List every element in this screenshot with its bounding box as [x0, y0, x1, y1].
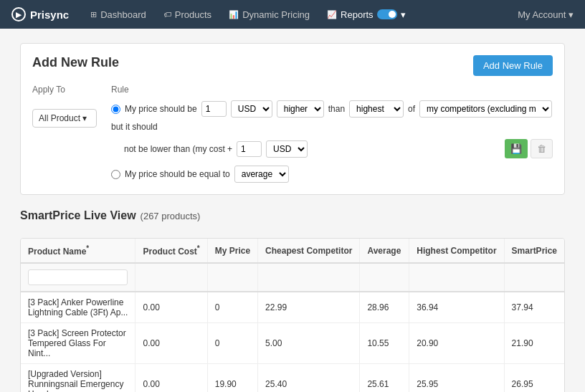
- apply-to-dropdown-value: All Product ▾: [39, 113, 87, 123]
- rule-options: My price should be USD higher lower than…: [111, 100, 553, 183]
- rule-row-3: My price should be equal to average: [111, 166, 553, 183]
- cell-cheapest: 25.40: [258, 364, 360, 393]
- nav-products-label: Products: [175, 9, 211, 20]
- cell-name: [3 Pack] Screen Protector Tempered Glass…: [21, 323, 135, 364]
- nav-products[interactable]: 🏷 Products: [156, 6, 219, 23]
- col-highest-competitor: Highest Competitor: [409, 239, 504, 263]
- table-row: [3 Pack] Anker Powerline Lightning Cable…: [21, 292, 564, 323]
- rule-card-title: Add New Rule: [32, 55, 119, 70]
- col-average: Average: [360, 239, 409, 263]
- col-product-name: Product Name*: [21, 239, 135, 263]
- brand-icon: ▶: [11, 7, 26, 21]
- rule-radio-1[interactable]: [111, 105, 120, 114]
- cell-highest: 36.94: [409, 292, 504, 323]
- rule-row1-than: than: [328, 104, 345, 114]
- main-content: Add New Rule Add New Rule Apply To All P…: [6, 29, 579, 392]
- cell-cheapest: 5.00: [258, 323, 360, 364]
- rule-row1-text1: My price should be: [125, 104, 197, 114]
- col-product-cost: Product Cost*: [135, 239, 207, 263]
- nav-dynamic-pricing-label: Dynamic Pricing: [242, 9, 310, 20]
- cost-search-cell: [135, 263, 207, 292]
- cell-average: 10.55: [360, 323, 409, 364]
- rule-row1-of: of: [408, 104, 415, 114]
- col-cheapest-competitor: Cheapest Competitor: [258, 239, 360, 263]
- col-my-price: My Price: [207, 239, 257, 263]
- rule-form-apply-to: Apply To All Product ▾: [32, 85, 97, 128]
- smartprice-section: SmartPrice Live View (267 products) Prod…: [20, 209, 565, 392]
- cell-cost: 0.00: [135, 323, 207, 364]
- cell-smart: 21.90: [504, 323, 564, 364]
- cell-my_price: 0: [207, 323, 257, 364]
- cell-average: 28.96: [360, 292, 409, 323]
- cell-average: 25.61: [360, 364, 409, 393]
- highest-search-cell: [409, 263, 504, 292]
- cell-highest: 20.90: [409, 323, 504, 364]
- cell-cheapest: 22.99: [258, 292, 360, 323]
- myprice-search-cell: [207, 263, 257, 292]
- nav-reports[interactable]: 📈 Reports ▾: [320, 6, 413, 23]
- rule-row2-qty[interactable]: [237, 141, 262, 157]
- delete-rule-button[interactable]: 🗑: [531, 139, 553, 158]
- smartprice-title: SmartPrice Live View: [20, 209, 136, 222]
- rule-label: Rule: [111, 85, 553, 95]
- cell-smart: 37.94: [504, 292, 564, 323]
- rule-row1-but: but it should: [111, 122, 158, 132]
- cell-cost: 0.00: [135, 292, 207, 323]
- rule-row3-text: My price should be equal to: [125, 169, 230, 179]
- cell-smart: 26.95: [504, 364, 564, 393]
- my-account[interactable]: My Account ▾: [518, 9, 574, 20]
- apply-to-label: Apply To: [32, 85, 97, 95]
- rule-row-2: not be lower than (my cost + USD 💾 🗑: [124, 139, 553, 158]
- nav-dashboard[interactable]: ⊞ Dashboard: [83, 6, 153, 23]
- rule-row-1: My price should be USD higher lower than…: [111, 100, 553, 132]
- nav-reports-label: Reports: [341, 9, 374, 20]
- reports-toggle[interactable]: [377, 9, 397, 19]
- cell-my_price: 19.90: [207, 364, 257, 393]
- rule-row1-highest[interactable]: highest lowest average: [349, 100, 404, 118]
- dashboard-icon: ⊞: [90, 10, 97, 19]
- cell-cost: 0.00: [135, 364, 207, 393]
- brand-name: Prisync: [30, 9, 69, 21]
- cell-name: [Upgraded Version] Runningsnail Emergenc…: [21, 364, 135, 393]
- cheapest-search-cell: [258, 263, 360, 292]
- dynamic-pricing-icon: 📊: [229, 10, 239, 19]
- nav-dashboard-label: Dashboard: [100, 9, 146, 20]
- rule-row2-currency[interactable]: USD: [266, 140, 308, 158]
- cell-my_price: 0: [207, 292, 257, 323]
- search-cell: [21, 263, 135, 292]
- rule-row1-qty[interactable]: [201, 101, 227, 117]
- smart-search-cell: [504, 263, 564, 292]
- navbar: ▶ Prisync ⊞ Dashboard 🏷 Products 📊 Dynam…: [0, 0, 585, 29]
- rule-row1-competitors[interactable]: my competitors (excluding m: [419, 100, 552, 118]
- reports-chevron: ▾: [401, 9, 406, 20]
- table-row: [Upgraded Version] Runningsnail Emergenc…: [21, 364, 564, 393]
- smartprice-table: Product Name* Product Cost* My Price Che…: [21, 239, 564, 392]
- nav-dynamic-pricing[interactable]: 📊 Dynamic Pricing: [222, 6, 317, 23]
- col-smartprice: SmartPrice: [504, 239, 564, 263]
- rule-row1-higher[interactable]: higher lower: [277, 100, 324, 118]
- product-search-input[interactable]: [28, 269, 128, 285]
- apply-to-dropdown[interactable]: All Product ▾: [32, 109, 97, 128]
- navbar-right: My Account ▾: [518, 9, 574, 20]
- rule-form: Apply To All Product ▾ Rule My price sho…: [32, 85, 553, 183]
- rule-card-header: Add New Rule Add New Rule: [32, 55, 553, 76]
- brand[interactable]: ▶ Prisync: [11, 7, 69, 21]
- table-row: [3 Pack] Screen Protector Tempered Glass…: [21, 323, 564, 364]
- rule-actions: 💾 🗑: [505, 139, 553, 158]
- table-search-row: [21, 263, 564, 292]
- rule-row2-text: not be lower than (my cost +: [124, 144, 232, 154]
- rule-row1-currency[interactable]: USD: [231, 100, 272, 118]
- smartprice-count: (267 products): [141, 211, 201, 221]
- rule-row3-average[interactable]: average: [234, 166, 289, 183]
- average-search-cell: [360, 263, 409, 292]
- add-new-rule-button[interactable]: Add New Rule: [473, 55, 553, 76]
- table-header-row: Product Name* Product Cost* My Price Che…: [21, 239, 564, 263]
- save-rule-button[interactable]: 💾: [505, 139, 528, 158]
- nav-items: ⊞ Dashboard 🏷 Products 📊 Dynamic Pricing…: [83, 6, 518, 23]
- rule-form-rule: Rule My price should be USD higher lower: [111, 85, 553, 183]
- rule-radio-2[interactable]: [111, 170, 120, 179]
- rule-card: Add New Rule Add New Rule Apply To All P…: [20, 43, 565, 195]
- products-icon: 🏷: [163, 10, 171, 19]
- table-wrapper: Product Name* Product Cost* My Price Che…: [20, 238, 565, 392]
- cell-name: [3 Pack] Anker Powerline Lightning Cable…: [21, 292, 135, 323]
